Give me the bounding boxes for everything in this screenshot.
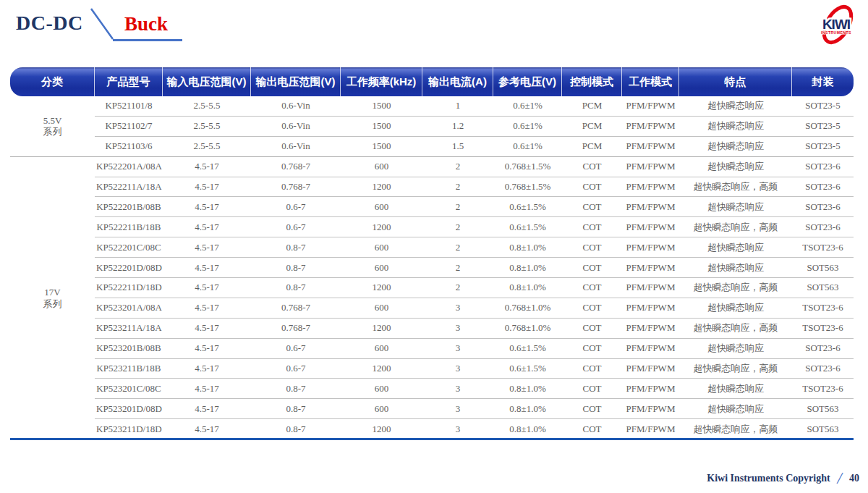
table-row: 5.5V系列KP521101/82.5-5.50.6-Vin150010.6±1… — [10, 96, 854, 117]
cell-iout: 3 — [422, 419, 493, 439]
cell-features: 超快瞬态响应，高频 — [679, 319, 792, 339]
cell-features: 超快瞬态响应 — [679, 197, 792, 217]
cell-vout-range: 0.6-7 — [251, 197, 341, 217]
table-row: KP522211A/18A4.5-170.768-7120020.768±1.5… — [10, 177, 854, 198]
cell-frequency: 1200 — [341, 177, 422, 198]
cell-vref: 0.6±1% — [493, 96, 562, 117]
cell-work-mode: PFM/FPWM — [622, 217, 679, 237]
cell-iout: 3 — [422, 339, 493, 359]
cell-features: 超快瞬态响应 — [679, 137, 792, 157]
table-row: KP523201A/08A4.5-170.768-760030.768±1.0%… — [10, 298, 854, 319]
cell-package: SOT563 — [792, 399, 854, 419]
cell-vout-range: 0.768-7 — [251, 298, 341, 319]
cell-iout: 3 — [422, 319, 493, 339]
cell-model: KP523211A/18A — [95, 319, 163, 339]
copyright-text: Kiwi Instruments Copyright — [707, 473, 830, 484]
cell-frequency: 600 — [341, 237, 422, 258]
cell-work-mode: PFM/FPWM — [622, 359, 679, 379]
cell-frequency: 1200 — [341, 278, 422, 298]
cell-work-mode: PFM/FPWM — [622, 197, 679, 217]
cell-vref: 0.6±1% — [493, 117, 562, 137]
cell-iout: 1.5 — [422, 137, 493, 157]
cell-iout: 3 — [422, 298, 493, 319]
cell-features: 超快瞬态响应 — [679, 258, 792, 278]
cell-frequency: 1200 — [341, 217, 422, 237]
cell-vin-range: 4.5-17 — [163, 197, 251, 217]
table-row: KP522211D/18D4.5-170.8-7120020.8±1.0%COT… — [10, 278, 854, 298]
cell-frequency: 600 — [341, 157, 422, 177]
cell-vin-range: 4.5-17 — [163, 379, 251, 399]
cell-features: 超快瞬态响应 — [679, 399, 792, 419]
product-table: 分类 产品型号 输入电压范围(V) 输出电压范围(V) 工作频率(kHz) 输出… — [10, 67, 854, 439]
page-footer: Kiwi Instruments Copyright / 40 — [707, 470, 859, 486]
cell-package: SOT23-6 — [792, 177, 854, 198]
cell-control-mode: COT — [562, 298, 622, 319]
cell-vref: 0.6±1% — [493, 137, 562, 157]
cell-work-mode: PFM/FPWM — [622, 298, 679, 319]
series-group-label: 17V系列 — [10, 157, 95, 439]
cell-vref: 0.8±1.0% — [493, 399, 562, 419]
cell-package: SOT23-6 — [792, 157, 854, 177]
cell-package: SOT23-6 — [792, 359, 854, 379]
col-header-vref: 参考电压(V) — [493, 67, 562, 96]
cell-iout: 2 — [422, 157, 493, 177]
cell-vref: 0.768±1.5% — [493, 177, 562, 198]
cell-vin-range: 4.5-17 — [163, 157, 251, 177]
cell-frequency: 1500 — [341, 117, 422, 137]
cell-vout-range: 0.8-7 — [251, 237, 341, 258]
cell-control-mode: COT — [562, 197, 622, 217]
cell-vin-range: 4.5-17 — [163, 258, 251, 278]
cell-work-mode: PFM/FPWM — [622, 177, 679, 198]
cell-work-mode: PFM/FPWM — [622, 339, 679, 359]
cell-frequency: 600 — [341, 399, 422, 419]
cell-control-mode: PCM — [562, 96, 622, 117]
cell-iout: 3 — [422, 399, 493, 419]
cell-vout-range: 0.768-7 — [251, 319, 341, 339]
cell-vref: 0.8±1.0% — [493, 237, 562, 258]
cell-control-mode: COT — [562, 157, 622, 177]
cell-vin-range: 4.5-17 — [163, 359, 251, 379]
cell-iout: 1 — [422, 96, 493, 117]
cell-features: 超快瞬态响应 — [679, 298, 792, 319]
table-row: KP523201C/08C4.5-170.8-760030.8±1.0%COTP… — [10, 379, 854, 399]
cell-vout-range: 0.768-7 — [251, 177, 341, 198]
cell-features: 超快瞬态响应，高频 — [679, 177, 792, 198]
logo-wordmark: KIWI — [822, 17, 851, 32]
cell-model: KP522201C/08C — [95, 237, 163, 258]
cell-control-mode: COT — [562, 339, 622, 359]
cell-vin-range: 4.5-17 — [163, 177, 251, 198]
kiwi-logo-icon: KIWI INSTRUMENTS — [807, 2, 865, 49]
table-body: 5.5V系列KP521101/82.5-5.50.6-Vin150010.6±1… — [10, 96, 854, 439]
cell-control-mode: COT — [562, 217, 622, 237]
cell-control-mode: COT — [562, 419, 622, 439]
cell-frequency: 600 — [341, 197, 422, 217]
table-row: KP522201B/08B4.5-170.6-760020.6±1.5%COTP… — [10, 197, 854, 217]
col-header-package: 封装 — [792, 67, 854, 96]
cell-vout-range: 0.6-Vin — [251, 96, 341, 117]
cell-work-mode: PFM/FPWM — [622, 237, 679, 258]
cell-model: KP522211D/18D — [95, 278, 163, 298]
cell-vref: 0.6±1.5% — [493, 339, 562, 359]
cell-vin-range: 4.5-17 — [163, 278, 251, 298]
cell-frequency: 1200 — [341, 319, 422, 339]
cell-iout: 2 — [422, 217, 493, 237]
cell-vout-range: 0.6-7 — [251, 217, 341, 237]
table-row: KP522201C/08C4.5-170.8-760020.8±1.0%COTP… — [10, 237, 854, 258]
cell-control-mode: COT — [562, 237, 622, 258]
cell-features: 超快瞬态响应，高频 — [679, 359, 792, 379]
cell-vout-range: 0.6-7 — [251, 359, 341, 379]
cell-features: 超快瞬态响应 — [679, 117, 792, 137]
cell-features: 超快瞬态响应 — [679, 96, 792, 117]
cell-model: KP523201B/08B — [95, 339, 163, 359]
cell-vout-range: 0.6-7 — [251, 339, 341, 359]
cell-vin-range: 2.5-5.5 — [163, 96, 251, 117]
cell-control-mode: COT — [562, 359, 622, 379]
cell-vin-range: 2.5-5.5 — [163, 117, 251, 137]
cell-iout: 2 — [422, 278, 493, 298]
cell-work-mode: PFM/FPWM — [622, 379, 679, 399]
table-row: KP523211B/18B4.5-170.6-7120030.6±1.5%COT… — [10, 359, 854, 379]
cell-work-mode: PFM/FPWM — [622, 278, 679, 298]
cell-vin-range: 4.5-17 — [163, 217, 251, 237]
cell-work-mode: PFM/FPWM — [622, 157, 679, 177]
cell-package: SOT563 — [792, 419, 854, 439]
